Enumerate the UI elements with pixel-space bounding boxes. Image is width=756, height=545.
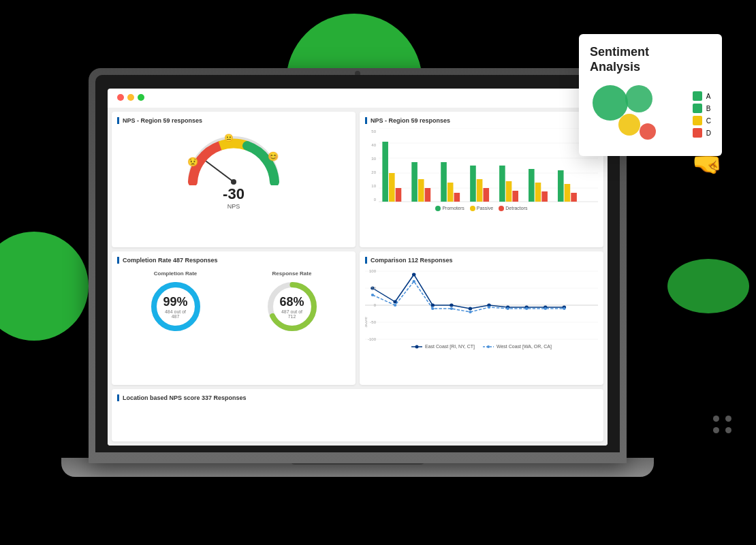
y-axis: 50403020100 <box>365 128 377 203</box>
gauge-container: 😟 😐 😊 -30 NPS <box>117 128 350 210</box>
line-chart-area: 100500-50-100 Score <box>365 268 598 343</box>
close-button[interactable] <box>117 94 124 101</box>
svg-rect-11 <box>411 162 418 202</box>
svg-rect-19 <box>483 188 489 202</box>
location-title: Location based NPS score 337 Responses <box>117 394 598 401</box>
completion-sub: 484 out of 487 <box>162 309 189 318</box>
line-chart-svg: Score <box>365 268 598 343</box>
donut-row: Completion Rate 99% 484 out of 487 <box>117 268 350 337</box>
legend-label-a: A <box>706 93 711 100</box>
bar-chart-title: NPS - Region 59 responses <box>365 117 598 124</box>
response-sub: 487 out of 712 <box>279 309 306 318</box>
sentiment-legend: A B C D <box>693 91 711 138</box>
chart-legend: Promoters Passive Detractors <box>365 206 598 211</box>
svg-point-81 <box>487 345 490 348</box>
svg-rect-10 <box>396 188 402 202</box>
svg-rect-18 <box>477 179 483 202</box>
legend-row-b: B <box>693 104 711 113</box>
bubbles-svg <box>590 84 658 145</box>
svg-point-84 <box>618 114 640 136</box>
response-donut: Response Rate 68% 487 out of 712 <box>265 270 319 334</box>
svg-rect-14 <box>441 162 447 202</box>
svg-point-59 <box>413 280 415 283</box>
svg-point-79 <box>415 345 419 348</box>
laptop-outer: NPS - Region 59 responses <box>89 68 627 463</box>
legend-sq-a <box>693 91 702 101</box>
face-neutral: 😐 <box>224 134 234 142</box>
bar-chart-svg: 28 Sep 30 Sep 2 Oct 4 Oct 6 Oct 8 Oct 10… <box>379 128 598 203</box>
face-sad: 😟 <box>187 157 198 167</box>
traffic-lights <box>117 94 144 101</box>
svg-rect-22 <box>512 191 518 202</box>
east-coast-label: East Coast [RI, NY, CT] <box>425 344 475 349</box>
svg-rect-24 <box>535 183 541 202</box>
legend-sq-c <box>693 116 702 125</box>
svg-rect-8 <box>382 142 388 202</box>
svg-rect-20 <box>499 166 505 202</box>
blob-left <box>0 232 89 341</box>
laptop-screen-bezel: NPS - Region 59 responses <box>95 75 620 452</box>
svg-rect-25 <box>541 191 548 202</box>
completion-card-title: Completion Rate 487 Responses <box>117 257 350 264</box>
sentiment-content: A B C D <box>590 84 711 145</box>
gauge-svg <box>186 131 281 185</box>
completion-card: Completion Rate 487 Responses Completion… <box>112 251 356 386</box>
svg-point-65 <box>525 307 528 310</box>
svg-point-67 <box>563 307 565 310</box>
bubbles-area <box>590 84 683 145</box>
svg-rect-28 <box>571 193 577 202</box>
legend-row-d: D <box>693 128 711 138</box>
svg-rect-9 <box>389 173 395 202</box>
nps-label: NPS <box>227 203 240 210</box>
svg-point-66 <box>544 307 547 310</box>
svg-point-82 <box>593 85 628 121</box>
svg-rect-26 <box>558 170 564 202</box>
svg-rect-15 <box>447 183 454 202</box>
svg-rect-23 <box>529 169 535 202</box>
svg-point-60 <box>431 307 434 310</box>
bar-chart-card: NPS - Region 59 responses 50403020100 <box>360 112 603 247</box>
svg-point-58 <box>394 304 396 307</box>
svg-point-48 <box>412 272 416 276</box>
legend-sq-d <box>693 128 702 138</box>
legend-row-a: A <box>693 91 711 101</box>
sentiment-title: SentimentAnalysis <box>590 45 711 74</box>
dashboard: NPS - Region 59 responses <box>108 108 608 446</box>
hand-icon: 🤜 <box>692 150 726 184</box>
location-card: Location based NPS score 337 Responses <box>112 389 603 441</box>
svg-rect-16 <box>454 193 460 202</box>
bar-chart-area: 50403020100 <box>365 128 598 203</box>
laptop-screen: NPS - Region 59 responses <box>108 89 608 446</box>
comparison-y-axis: 100500-50-100 <box>365 268 377 343</box>
sentiment-card: SentimentAnalysis A B <box>579 34 722 156</box>
svg-rect-17 <box>470 166 476 202</box>
response-value: 68% <box>279 294 306 309</box>
svg-point-85 <box>640 123 656 140</box>
comparison-title: Comparison 112 Responses <box>365 257 598 264</box>
minimize-button[interactable] <box>127 94 134 101</box>
svg-point-50 <box>450 303 454 307</box>
response-label: Response Rate <box>272 270 312 277</box>
line-legend: East Coast [RI, NY, CT] West Coast [WA, … <box>365 344 598 349</box>
svg-rect-27 <box>565 184 571 202</box>
svg-line-0 <box>206 161 234 182</box>
svg-rect-12 <box>418 179 424 202</box>
nps-gauge-title: NPS - Region 59 responses <box>117 117 350 124</box>
blob-right <box>667 259 749 313</box>
svg-rect-13 <box>425 188 431 202</box>
nps-gauge-card: NPS - Region 59 responses <box>112 112 356 247</box>
legend-label-c: C <box>706 117 711 125</box>
legend-label-d: D <box>706 129 711 137</box>
svg-point-64 <box>506 307 509 310</box>
svg-rect-21 <box>506 181 512 202</box>
comparison-card: Comparison 112 Responses 100500-50-100 <box>360 251 603 386</box>
legend-row-c: C <box>693 116 711 125</box>
completion-label: Completion Rate <box>154 270 198 277</box>
maximize-button[interactable] <box>138 94 144 101</box>
completion-donut: Completion Rate 99% 484 out of 487 <box>148 270 203 334</box>
completion-value: 99% <box>162 294 189 309</box>
svg-point-1 <box>231 179 236 185</box>
svg-point-63 <box>488 306 490 309</box>
svg-point-62 <box>469 311 471 313</box>
svg-point-51 <box>469 307 473 310</box>
